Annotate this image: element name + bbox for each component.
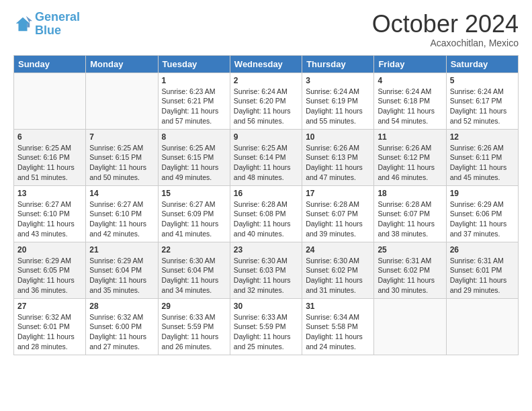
- day-number: 16: [234, 189, 298, 198]
- sunset-text: Sunset: 6:08 PM: [234, 209, 298, 219]
- col-header-wednesday: Wednesday: [230, 55, 302, 73]
- day-cell: 15Sunrise: 6:27 AMSunset: 6:09 PMDayligh…: [158, 185, 230, 242]
- day-number: 2: [234, 76, 298, 85]
- sunset-text: Sunset: 6:11 PM: [450, 152, 515, 163]
- day-number: 28: [89, 302, 154, 311]
- calendar: SundayMondayTuesdayWednesdayThursdayFrid…: [13, 55, 519, 355]
- day-number: 27: [17, 302, 82, 311]
- day-cell: 27Sunrise: 6:32 AMSunset: 6:01 PMDayligh…: [14, 298, 86, 355]
- sunset-text: Sunset: 6:10 PM: [89, 209, 154, 219]
- day-cell: [446, 298, 518, 355]
- sunset-text: Sunset: 6:04 PM: [162, 265, 226, 275]
- sunrise-text: Sunrise: 6:27 AM: [17, 199, 82, 210]
- day-cell: 29Sunrise: 6:33 AMSunset: 5:59 PMDayligh…: [158, 298, 230, 355]
- daylight-text: Daylight: 11 hours and 24 minutes.: [306, 332, 370, 351]
- col-header-saturday: Saturday: [446, 55, 518, 73]
- daylight-text: Daylight: 11 hours and 41 minutes.: [162, 219, 226, 238]
- daylight-text: Daylight: 11 hours and 56 minutes.: [234, 106, 298, 126]
- day-cell: [374, 298, 446, 355]
- sunrise-text: Sunrise: 6:31 AM: [450, 256, 515, 266]
- daylight-text: Daylight: 11 hours and 43 minutes.: [17, 219, 82, 238]
- sunset-text: Sunset: 5:59 PM: [234, 322, 298, 332]
- day-number: 15: [162, 189, 226, 198]
- day-info: Sunrise: 6:23 AMSunset: 6:21 PMDaylight:…: [162, 87, 226, 126]
- sunset-text: Sunset: 6:09 PM: [162, 209, 226, 219]
- day-info: Sunrise: 6:29 AMSunset: 6:05 PMDaylight:…: [17, 256, 82, 295]
- day-number: 14: [89, 189, 154, 198]
- sunrise-text: Sunrise: 6:33 AM: [234, 312, 298, 322]
- sunrise-text: Sunrise: 6:23 AM: [162, 87, 226, 97]
- sunrise-text: Sunrise: 6:26 AM: [306, 143, 370, 153]
- day-info: Sunrise: 6:25 AMSunset: 6:16 PMDaylight:…: [17, 143, 82, 183]
- day-cell: 24Sunrise: 6:30 AMSunset: 6:02 PMDayligh…: [302, 242, 374, 298]
- day-cell: 30Sunrise: 6:33 AMSunset: 5:59 PMDayligh…: [230, 298, 302, 355]
- sunset-text: Sunset: 6:20 PM: [234, 96, 298, 106]
- daylight-text: Daylight: 11 hours and 32 minutes.: [234, 275, 298, 295]
- sunrise-text: Sunrise: 6:25 AM: [89, 143, 154, 153]
- daylight-text: Daylight: 11 hours and 45 minutes.: [450, 163, 515, 182]
- daylight-text: Daylight: 11 hours and 52 minutes.: [450, 106, 515, 126]
- col-header-friday: Friday: [374, 55, 446, 73]
- sunrise-text: Sunrise: 6:34 AM: [306, 312, 370, 322]
- day-cell: 14Sunrise: 6:27 AMSunset: 6:10 PMDayligh…: [86, 185, 158, 242]
- day-info: Sunrise: 6:28 AMSunset: 6:07 PMDaylight:…: [378, 199, 442, 239]
- day-number: 29: [162, 302, 226, 311]
- sunrise-text: Sunrise: 6:26 AM: [378, 143, 442, 153]
- day-info: Sunrise: 6:24 AMSunset: 6:20 PMDaylight:…: [234, 87, 298, 126]
- sunset-text: Sunset: 6:07 PM: [306, 209, 370, 219]
- day-cell: 17Sunrise: 6:28 AMSunset: 6:07 PMDayligh…: [302, 185, 374, 242]
- daylight-text: Daylight: 11 hours and 49 minutes.: [162, 163, 226, 182]
- header: General Blue October 2024 Acaxochitlan, …: [13, 11, 519, 48]
- daylight-text: Daylight: 11 hours and 25 minutes.: [234, 332, 298, 351]
- daylight-text: Daylight: 11 hours and 30 minutes.: [378, 275, 442, 295]
- day-cell: 8Sunrise: 6:25 AMSunset: 6:15 PMDaylight…: [158, 129, 230, 185]
- sunrise-text: Sunrise: 6:32 AM: [89, 312, 154, 322]
- day-info: Sunrise: 6:25 AMSunset: 6:14 PMDaylight:…: [234, 143, 298, 183]
- sunset-text: Sunset: 6:12 PM: [378, 152, 442, 163]
- day-info: Sunrise: 6:31 AMSunset: 6:01 PMDaylight:…: [450, 256, 515, 295]
- day-info: Sunrise: 6:30 AMSunset: 6:04 PMDaylight:…: [162, 256, 226, 295]
- day-number: 11: [378, 132, 442, 142]
- day-info: Sunrise: 6:26 AMSunset: 6:12 PMDaylight:…: [378, 143, 442, 183]
- day-cell: [14, 73, 86, 129]
- daylight-text: Daylight: 11 hours and 35 minutes.: [89, 275, 154, 295]
- sunrise-text: Sunrise: 6:29 AM: [89, 256, 154, 266]
- sunrise-text: Sunrise: 6:30 AM: [234, 256, 298, 266]
- day-cell: 9Sunrise: 6:25 AMSunset: 6:14 PMDaylight…: [230, 129, 302, 185]
- sunset-text: Sunset: 5:59 PM: [162, 322, 226, 332]
- col-header-sunday: Sunday: [14, 55, 86, 73]
- day-info: Sunrise: 6:24 AMSunset: 6:18 PMDaylight:…: [378, 87, 442, 126]
- week-row-3: 13Sunrise: 6:27 AMSunset: 6:10 PMDayligh…: [14, 185, 519, 242]
- day-number: 3: [306, 76, 370, 85]
- day-number: 12: [450, 132, 515, 142]
- day-cell: 18Sunrise: 6:28 AMSunset: 6:07 PMDayligh…: [374, 185, 446, 242]
- sunset-text: Sunset: 6:21 PM: [162, 96, 226, 106]
- day-cell: 12Sunrise: 6:26 AMSunset: 6:11 PMDayligh…: [446, 129, 518, 185]
- day-number: 21: [89, 245, 154, 255]
- sunrise-text: Sunrise: 6:30 AM: [306, 256, 370, 266]
- day-cell: 21Sunrise: 6:29 AMSunset: 6:04 PMDayligh…: [86, 242, 158, 298]
- sunrise-text: Sunrise: 6:24 AM: [450, 87, 515, 97]
- sunrise-text: Sunrise: 6:24 AM: [306, 87, 370, 97]
- sunrise-text: Sunrise: 6:33 AM: [162, 312, 226, 322]
- day-cell: 3Sunrise: 6:24 AMSunset: 6:19 PMDaylight…: [302, 73, 374, 129]
- sunset-text: Sunset: 6:06 PM: [450, 209, 515, 219]
- day-info: Sunrise: 6:28 AMSunset: 6:07 PMDaylight:…: [306, 199, 370, 239]
- daylight-text: Daylight: 11 hours and 55 minutes.: [306, 106, 370, 126]
- daylight-text: Daylight: 11 hours and 42 minutes.: [89, 219, 154, 238]
- day-info: Sunrise: 6:33 AMSunset: 5:59 PMDaylight:…: [162, 312, 226, 352]
- day-number: 30: [234, 302, 298, 311]
- day-number: 7: [89, 132, 154, 142]
- day-info: Sunrise: 6:26 AMSunset: 6:11 PMDaylight:…: [450, 143, 515, 183]
- sunset-text: Sunset: 6:01 PM: [450, 265, 515, 275]
- sunrise-text: Sunrise: 6:28 AM: [306, 199, 370, 210]
- sunrise-text: Sunrise: 6:31 AM: [378, 256, 442, 266]
- day-info: Sunrise: 6:32 AMSunset: 6:00 PMDaylight:…: [89, 312, 154, 352]
- day-info: Sunrise: 6:30 AMSunset: 6:03 PMDaylight:…: [234, 256, 298, 295]
- day-number: 9: [234, 132, 298, 142]
- day-number: 13: [17, 189, 82, 198]
- day-info: Sunrise: 6:29 AMSunset: 6:06 PMDaylight:…: [450, 199, 515, 239]
- day-cell: 23Sunrise: 6:30 AMSunset: 6:03 PMDayligh…: [230, 242, 302, 298]
- daylight-text: Daylight: 11 hours and 29 minutes.: [450, 275, 515, 295]
- day-info: Sunrise: 6:25 AMSunset: 6:15 PMDaylight:…: [162, 143, 226, 183]
